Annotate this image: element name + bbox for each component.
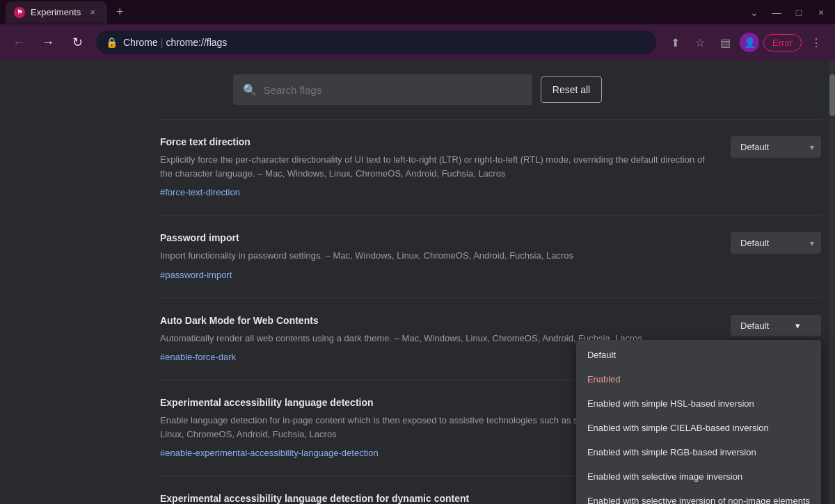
flag-control-dropdown: Default ▾ Default Enabled Enabled with s…: [731, 315, 821, 336]
flag-item: Password import Import functionality in …: [160, 215, 821, 298]
flag-name: Auto Dark Mode for Web Contents: [160, 315, 717, 326]
dropdown-item-hsl[interactable]: Enabled with simple HSL-based inversion: [576, 391, 821, 416]
flag-info: Force text direction Explicitly force th…: [160, 136, 717, 198]
flag-control: Default Enabled Disabled ▾: [731, 232, 821, 254]
dropdown-current-value: Default: [740, 320, 769, 331]
url-bar[interactable]: 🔒 Chrome | chrome://flags: [96, 31, 656, 54]
active-tab[interactable]: ⚑ Experiments ×: [6, 1, 107, 24]
select-wrapper: Default Enabled Disabled ▾: [731, 136, 821, 158]
dropdown-item-default[interactable]: Default: [576, 343, 821, 367]
search-area: 🔍 Reset all: [0, 60, 835, 119]
flag-item-auto-dark: Auto Dark Mode for Web Contents Automati…: [160, 298, 821, 380]
main-content: 🔍 Reset all Force text direction Explici…: [0, 60, 835, 504]
tab-title: Experiments: [31, 7, 81, 17]
tab-favicon: ⚑: [14, 7, 25, 18]
scrollbar-track[interactable]: [829, 60, 835, 504]
flag-link[interactable]: #enable-force-dark: [160, 352, 236, 362]
url-text: Chrome | chrome://flags: [123, 37, 227, 48]
flag-link[interactable]: #password-import: [160, 270, 232, 280]
chevron-down-icon: ▾: [795, 320, 800, 331]
flag-desc: Explicitly force the per-character direc…: [160, 153, 717, 180]
share-icon[interactable]: ⬆: [665, 32, 685, 53]
maximize-button[interactable]: □: [790, 4, 807, 21]
bookmark-icon[interactable]: ☆: [690, 32, 710, 53]
title-bar: ⚑ Experiments × + ⌄ — □ ×: [0, 0, 835, 24]
url-origin: Chrome: [123, 37, 158, 48]
flag-control: Default Enabled Disabled ▾: [731, 136, 821, 158]
flag-name: Password import: [160, 232, 717, 243]
flag-desc: Import functionality in password setting…: [160, 249, 717, 263]
search-icon: 🔍: [243, 83, 257, 97]
lock-icon: 🔒: [106, 37, 118, 48]
error-button[interactable]: Error: [763, 34, 802, 51]
address-bar: ← → ↻ 🔒 Chrome | chrome://flags ⬆ ☆ ▤ 👤 …: [0, 24, 835, 60]
search-input[interactable]: [264, 84, 523, 96]
sidebar-icon[interactable]: ▤: [715, 32, 735, 53]
url-path: chrome://flags: [166, 37, 227, 48]
flag-item: Force text direction Explicitly force th…: [160, 119, 821, 215]
dropdown-item-cielab[interactable]: Enabled with simple CIELAB-based inversi…: [576, 416, 821, 440]
scrollbar-thumb[interactable]: [829, 74, 835, 116]
toolbar-right: ⬆ ☆ ▤ 👤 Error ⋮: [665, 32, 827, 53]
forward-button[interactable]: →: [38, 32, 58, 53]
dropdown-menu: Default Enabled Enabled with simple HSL-…: [576, 340, 821, 505]
chevron-down-icon[interactable]: ⌄: [746, 4, 763, 21]
dropdown-item-selective-image[interactable]: Enabled with selective image inversion: [576, 464, 821, 489]
flag-link[interactable]: #enable-experimental-accessibility-langu…: [160, 448, 379, 458]
flags-container: Force text direction Explicitly force th…: [0, 119, 835, 504]
reload-button[interactable]: ↻: [67, 32, 88, 53]
search-box: 🔍: [233, 74, 532, 105]
window-controls: ⌄ — □ ×: [746, 4, 829, 21]
minimize-button[interactable]: —: [768, 4, 785, 21]
back-button[interactable]: ←: [8, 32, 29, 53]
dropdown-item-rgb[interactable]: Enabled with simple RGB-based inversion: [576, 440, 821, 464]
close-tab-button[interactable]: ×: [86, 6, 99, 19]
flag-info: Password import Import functionality in …: [160, 232, 717, 281]
menu-icon[interactable]: ⋮: [806, 32, 827, 53]
tab-area: ⚑ Experiments × +: [6, 0, 129, 24]
avatar[interactable]: 👤: [740, 33, 759, 52]
reset-all-button[interactable]: Reset all: [541, 76, 602, 103]
dropdown-trigger[interactable]: Default ▾: [731, 315, 821, 336]
new-tab-button[interactable]: +: [110, 3, 129, 22]
flag-link[interactable]: #force-text-direction: [160, 187, 240, 197]
dropdown-item-enabled[interactable]: Enabled: [576, 367, 821, 391]
flag-select[interactable]: Default Enabled Disabled: [731, 136, 821, 158]
url-separator: |: [161, 37, 164, 48]
close-window-button[interactable]: ×: [813, 4, 829, 21]
select-wrapper: Default Enabled Disabled ▾: [731, 232, 821, 254]
flag-select[interactable]: Default Enabled Disabled: [731, 232, 821, 254]
flag-name: Force text direction: [160, 136, 717, 147]
dropdown-item-selective-non-image[interactable]: Enabled with selective inversion of non-…: [576, 489, 821, 505]
